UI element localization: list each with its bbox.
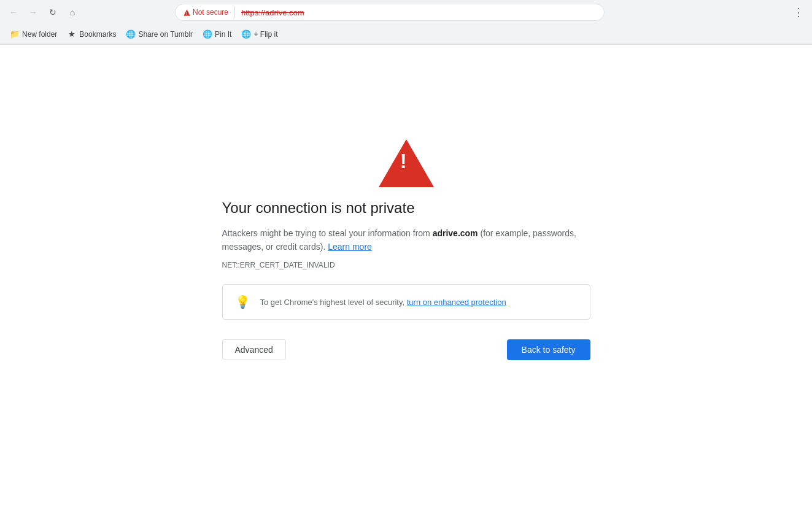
back-button[interactable]: ← bbox=[5, 4, 22, 21]
warning-icon: ! bbox=[183, 9, 191, 17]
bookmark-pinit[interactable]: 🌐 Pin It bbox=[198, 27, 236, 42]
browser-chrome: ← → ↻ ⌂ ! Not secure https://adrive.com … bbox=[0, 0, 812, 45]
forward-button[interactable]: → bbox=[25, 4, 42, 21]
bookmark-label-new-folder: New folder bbox=[22, 30, 57, 39]
browser-menu-button[interactable]: ⋮ bbox=[790, 4, 807, 21]
pinit-icon: 🌐 bbox=[203, 29, 212, 39]
enhanced-protection-link[interactable]: turn on enhanced protection bbox=[407, 298, 506, 307]
star-icon: ★ bbox=[67, 29, 77, 39]
buttons-row: Advanced Back to safety bbox=[222, 339, 590, 360]
error-container: Your connection is not private Attackers… bbox=[222, 139, 590, 361]
bookmark-label-pinit: Pin It bbox=[215, 30, 231, 39]
tumblr-icon: 🌐 bbox=[126, 29, 136, 39]
bookmarks-bar: 📁 New folder ★ Bookmarks 🌐 Share on Tumb… bbox=[0, 25, 812, 44]
warning-icon-wrap bbox=[222, 139, 590, 187]
bookmark-label-flipit: + Flip it bbox=[253, 30, 277, 39]
home-button[interactable]: ⌂ bbox=[64, 4, 81, 21]
security-tip-text: To get Chrome's highest level of securit… bbox=[260, 298, 506, 307]
address-bar-row: ← → ↻ ⌂ ! Not secure https://adrive.com … bbox=[0, 0, 812, 25]
error-code: NET::ERR_CERT_DATE_INVALID bbox=[222, 261, 335, 269]
bookmark-label-tumblr: Share on Tumblr bbox=[138, 30, 193, 39]
back-to-safety-button[interactable]: Back to safety bbox=[507, 339, 590, 360]
bookmark-tumblr[interactable]: 🌐 Share on Tumblr bbox=[121, 27, 198, 42]
main-content: Your connection is not private Attackers… bbox=[0, 45, 812, 492]
folder-icon: 📁 bbox=[10, 29, 20, 39]
bookmark-new-folder[interactable]: 📁 New folder bbox=[5, 27, 62, 42]
error-domain-bold: adrive.com bbox=[433, 228, 478, 238]
refresh-button[interactable]: ↻ bbox=[44, 4, 61, 21]
svg-text:!: ! bbox=[186, 11, 187, 16]
error-desc-start: Attackers might be trying to steal your … bbox=[222, 228, 433, 238]
lightbulb-icon: 💡 bbox=[235, 295, 250, 309]
address-bar-divider bbox=[234, 6, 235, 18]
browser-menu-area: ⋮ bbox=[790, 4, 807, 21]
error-title: Your connection is not private bbox=[222, 199, 590, 217]
flipit-icon: 🌐 bbox=[241, 29, 251, 39]
not-secure-text: Not secure bbox=[193, 8, 228, 17]
security-tip-text-start: To get Chrome's highest level of securit… bbox=[260, 298, 407, 307]
bookmark-flipit[interactable]: 🌐 + Flip it bbox=[236, 27, 282, 42]
advanced-button[interactable]: Advanced bbox=[222, 339, 286, 360]
warning-triangle-icon bbox=[379, 139, 434, 187]
not-secure-indicator: ! Not secure bbox=[183, 8, 228, 17]
security-tip-box: 💡 To get Chrome's highest level of secur… bbox=[222, 284, 590, 320]
url-text: https://adrive.com bbox=[241, 8, 304, 17]
bookmark-label-bookmarks: Bookmarks bbox=[79, 30, 116, 39]
bookmark-bookmarks[interactable]: ★ Bookmarks bbox=[62, 27, 121, 42]
learn-more-link[interactable]: Learn more bbox=[328, 242, 372, 252]
address-bar[interactable]: ! Not secure https://adrive.com bbox=[175, 4, 605, 21]
error-description: Attackers might be trying to steal your … bbox=[222, 226, 590, 254]
